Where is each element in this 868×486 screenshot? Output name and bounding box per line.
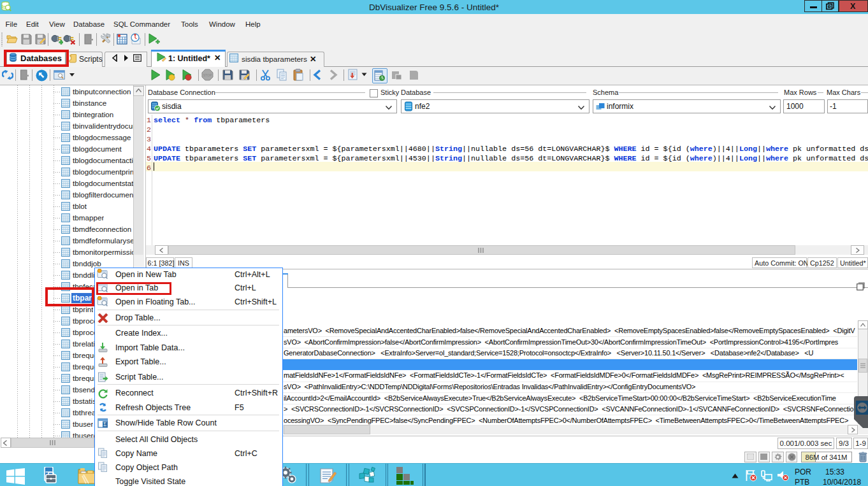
svg-text:Σ: Σ (103, 422, 106, 427)
svg-text:STOP: STOP (203, 73, 212, 77)
